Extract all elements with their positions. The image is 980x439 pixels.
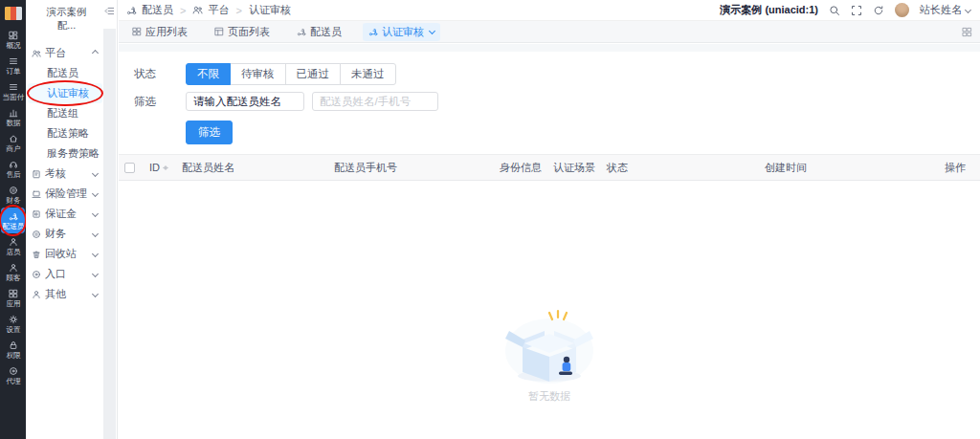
- person-icon: [32, 290, 41, 299]
- menu-group-entry[interactable]: 入口: [26, 264, 102, 284]
- status-option-approved[interactable]: 已通过: [285, 63, 342, 85]
- rail-item-agent[interactable]: 代理: [0, 362, 26, 388]
- breadcrumb-separator: >: [180, 5, 186, 16]
- avatar[interactable]: [895, 3, 909, 17]
- menu-group-deposit[interactable]: 保证金: [26, 204, 102, 224]
- sidebar-scrollbar[interactable]: [103, 29, 116, 439]
- chevron-down-icon: [92, 230, 99, 237]
- user-menu[interactable]: 站长姓名: [920, 3, 970, 17]
- breadcrumb-platform[interactable]: 平台: [208, 3, 229, 17]
- menu-group-platform[interactable]: 平台: [26, 43, 102, 63]
- rail-item-label: 代理: [6, 378, 20, 385]
- shield-icon: [32, 209, 41, 219]
- tab-page-list[interactable]: 页面列表: [209, 23, 276, 41]
- courier-name-input[interactable]: [186, 92, 304, 111]
- breadcrumb-delivery[interactable]: 配送员: [142, 3, 173, 17]
- rail-item-orders[interactable]: 订单: [0, 53, 26, 78]
- col-select[interactable]: [119, 155, 144, 181]
- rail-item-label: 应用: [6, 300, 20, 308]
- menu-group-label: 财务: [45, 227, 66, 241]
- menu-group-other[interactable]: 其他: [26, 284, 102, 304]
- rail-item-delivery[interactable]: 配送员: [1, 208, 25, 233]
- content-area: 状态 不限待审核已通过未通过 筛选 筛选 ID配送员姓名配送员手机号身份信息认证…: [119, 44, 980, 439]
- rail-item-finance[interactable]: 财务: [0, 182, 26, 208]
- chevron-down-icon: [92, 210, 99, 217]
- sidebar-collapse-icon[interactable]: [104, 6, 115, 16]
- rail-item-data[interactable]: 数据: [0, 104, 26, 130]
- navbar-right: 演示案例 (uniacid:1) 站长姓名: [720, 3, 970, 17]
- courier-phone-input[interactable]: [312, 92, 438, 111]
- menu-group-label: 保证金: [45, 207, 77, 221]
- menu-group-finance[interactable]: 财务: [26, 224, 102, 244]
- rail-item-apps[interactable]: 应用: [0, 285, 26, 311]
- rail-item-overview[interactable]: 概况: [0, 27, 26, 53]
- rail-item-aftersale[interactable]: 售后: [0, 156, 26, 182]
- rail-item-customer[interactable]: 顾客: [0, 259, 26, 285]
- chevron-down-icon: [92, 271, 99, 277]
- lock-icon: [9, 340, 18, 350]
- fullscreen-icon[interactable]: [851, 5, 862, 16]
- sort-icon[interactable]: [163, 163, 169, 173]
- apps-icon: [9, 289, 18, 298]
- filter-submit-button[interactable]: 筛选: [186, 121, 233, 144]
- menu-group-label: 平台: [45, 46, 66, 60]
- logo-icon: [5, 7, 22, 20]
- menu-item-label: 服务费策略: [47, 146, 100, 161]
- menu-item-delivery-group[interactable]: 配送组: [28, 103, 102, 123]
- column-label: 配送员手机号: [334, 162, 397, 173]
- main-area: 配送员 > 平台 > 认证审核 演示案例 (uniacid:1) 站长姓名 应用…: [119, 0, 980, 439]
- tab-delivery-staff[interactable]: 配送员: [291, 23, 347, 41]
- tab-list-icon[interactable]: [962, 27, 972, 37]
- tab-app-list[interactable]: 应用列表: [126, 23, 193, 41]
- column-label: 身份信息: [500, 162, 542, 173]
- menu-item-auth-review[interactable]: 认证审核: [28, 83, 102, 103]
- empty-box-illustration: [497, 307, 602, 387]
- chevron-down-icon: [92, 190, 99, 197]
- scooter-icon: [9, 211, 18, 221]
- column-label: 认证场景: [553, 162, 595, 173]
- grid-icon: [9, 31, 18, 40]
- app-logo[interactable]: [0, 0, 26, 27]
- refresh-icon[interactable]: [873, 5, 884, 16]
- menu-item-delivery-policy[interactable]: 配送策略: [28, 123, 102, 143]
- rail-item-clerk[interactable]: 店员: [0, 233, 26, 259]
- filter-label: 筛选: [134, 95, 186, 109]
- icon-rail: 概况订单当面付数据商户售后财务配送员店员顾客应用设置权限代理: [0, 0, 26, 439]
- target-icon: [9, 366, 18, 376]
- breadcrumb-separator: >: [235, 5, 241, 16]
- status-option-rejected[interactable]: 未通过: [340, 63, 396, 85]
- people-icon: [32, 49, 41, 58]
- search-icon[interactable]: [829, 5, 840, 16]
- rail-item-permissions[interactable]: 权限: [0, 337, 26, 362]
- menu-group-insurance[interactable]: 保险管理: [26, 184, 102, 204]
- laptop-icon: [32, 189, 41, 199]
- menu-group-label: 考核: [45, 166, 66, 181]
- workspace-title-line1: 演示案例: [30, 5, 103, 18]
- tab-auth-review[interactable]: 认证审核: [363, 23, 440, 41]
- empty-state: 暂无数据: [119, 307, 980, 404]
- status-option-pending[interactable]: 待审核: [230, 63, 286, 85]
- menu-item-service-fee-policy[interactable]: 服务费策略: [28, 143, 102, 164]
- menu-item-label: 认证审核: [47, 86, 89, 100]
- select-all-checkbox[interactable]: [124, 163, 135, 173]
- col-created-at: 创建时间: [641, 155, 928, 181]
- menu-group-assessment[interactable]: 考核: [26, 164, 102, 184]
- rail-item-settings[interactable]: 设置: [0, 311, 26, 337]
- tab-label: 应用列表: [145, 25, 188, 39]
- menu-item-delivery-staff[interactable]: 配送员: [28, 63, 102, 83]
- workspace-title-line2: 配...: [30, 18, 103, 32]
- person-icon: [9, 237, 18, 247]
- breadcrumb-auth-review[interactable]: 认证审核: [249, 3, 291, 17]
- col-id[interactable]: ID: [144, 155, 176, 181]
- menu-group-recycle-bin[interactable]: 回收站: [26, 244, 102, 264]
- coin-icon: [32, 230, 41, 239]
- status-option-unlimited[interactable]: 不限: [186, 63, 231, 85]
- rail-item-face-pay[interactable]: 当面付: [0, 78, 26, 104]
- col-courier-phone: 配送员手机号: [235, 155, 494, 181]
- column-label: 状态: [607, 162, 628, 173]
- sidebar: 演示案例 配... 平台配送员认证审核配送组配送策略服务费策略考核保险管理保证金…: [26, 0, 118, 439]
- rail-item-merchant[interactable]: 商户: [0, 130, 26, 156]
- headset-icon: [9, 160, 18, 169]
- rail-item-label: 权限: [6, 352, 20, 360]
- chevron-up-icon: [92, 50, 99, 56]
